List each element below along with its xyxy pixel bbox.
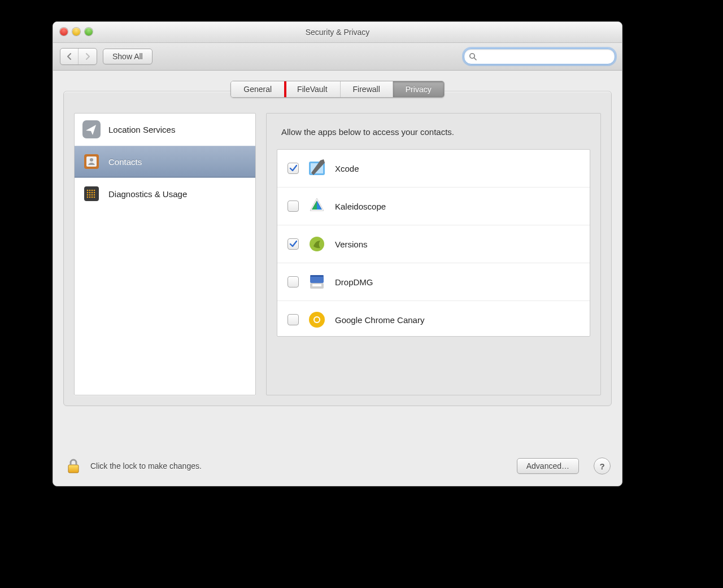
privacy-detail-panel: Allow the apps below to access your cont… [266,113,601,395]
sidebar-item-diagnostics-usage[interactable]: Diagnostics & Usage [75,178,255,210]
svg-point-12 [89,192,91,194]
app-name-label: DropDMG [335,277,373,287]
sidebar-item-label: Contacts [108,157,142,167]
app-row-google-chrome-canary: Google Chrome Canary [277,301,590,337]
checkmark-icon [289,164,297,172]
svg-point-13 [92,192,93,194]
svg-point-9 [92,190,93,191]
close-window-button[interactable] [60,28,68,36]
chevron-left-icon [67,53,72,60]
svg-point-22 [94,197,95,198]
svg-point-21 [92,197,93,198]
svg-rect-6 [84,186,99,201]
svg-point-7 [87,190,89,191]
svg-point-10 [94,190,95,191]
app-permission-checkbox[interactable] [288,163,299,174]
search-icon [469,53,477,60]
diagnostics-icon [82,185,101,203]
sidebar-item-label: Location Services [108,125,175,134]
footer: Click the lock to make changes. Advanced… [53,446,622,486]
advanced-button[interactable]: Advanced… [517,458,579,474]
app-name-label: Google Chrome Canary [335,315,424,325]
sidebar-item-location-services[interactable]: Location Services [75,114,255,146]
svg-point-19 [87,197,89,198]
tab-privacy[interactable]: Privacy [393,81,444,97]
tab-filevault[interactable]: FileVault [285,81,340,97]
dropdmg-icon [307,272,327,292]
back-button[interactable] [60,49,79,64]
traffic-lights [60,28,93,36]
chrome-canary-icon [307,310,327,330]
svg-point-15 [87,194,89,196]
svg-point-14 [94,192,95,194]
forward-button[interactable] [79,49,97,64]
tab-bar: GeneralFileVaultFirewallPrivacy [63,81,612,98]
app-permission-list: XcodeKaleidoscopeVersionsDropDMGGoogle C… [277,149,590,337]
svg-rect-31 [310,276,324,283]
help-button[interactable]: ? [594,458,611,474]
lock-icon[interactable] [64,457,82,475]
app-name-label: Kaleidoscope [335,202,386,211]
app-permission-checkbox[interactable] [288,276,299,288]
svg-point-16 [89,194,91,196]
svg-point-17 [92,194,93,196]
app-row-dropdmg: DropDMG [277,263,590,301]
lock-hint-text: Click the lock to make changes. [90,461,202,471]
zoom-window-button[interactable] [85,28,93,36]
app-row-xcode: Xcode [277,150,590,188]
chevron-right-icon [85,53,90,60]
show-all-button[interactable]: Show All [103,49,153,64]
svg-rect-37 [68,465,79,473]
sidebar-item-label: Diagnostics & Usage [108,189,187,199]
search-input[interactable] [480,52,610,62]
minimize-window-button[interactable] [72,28,80,36]
titlebar: Security & Privacy [53,22,622,43]
address-book-icon [82,153,101,171]
location-arrow-icon [82,120,101,138]
app-permission-checkbox[interactable] [288,201,299,212]
app-row-kaleidoscope: Kaleidoscope [277,188,590,225]
svg-rect-33 [312,284,321,286]
window-title: Security & Privacy [53,28,622,37]
svg-point-20 [89,197,91,198]
svg-line-1 [474,58,476,60]
xcode-icon [307,158,327,178]
panel-group: Location ServicesContactsDiagnostics & U… [63,91,612,406]
svg-point-8 [89,190,91,191]
tab-firewall[interactable]: Firewall [341,81,393,97]
sidebar-item-contacts[interactable]: Contacts [75,146,255,178]
svg-rect-32 [310,275,324,277]
checkmark-icon [289,240,297,248]
svg-point-5 [90,158,93,162]
preferences-window: Security & Privacy Show All [53,21,622,486]
toolbar: Show All [53,43,622,71]
app-name-label: Versions [335,239,368,249]
svg-point-11 [87,192,89,194]
app-permission-checkbox[interactable] [288,238,299,250]
svg-point-36 [315,317,319,322]
versions-icon [307,234,327,254]
kaleidoscope-icon [307,196,327,216]
privacy-detail-heading: Allow the apps below to access your cont… [281,127,586,137]
tab-general[interactable]: General [231,81,285,97]
search-field[interactable] [464,49,615,64]
privacy-category-list: Location ServicesContactsDiagnostics & U… [74,113,256,395]
svg-point-18 [94,194,95,196]
nav-back-forward [60,48,97,65]
app-permission-checkbox[interactable] [288,314,299,325]
app-name-label: Xcode [335,164,359,173]
app-row-versions: Versions [277,225,590,263]
